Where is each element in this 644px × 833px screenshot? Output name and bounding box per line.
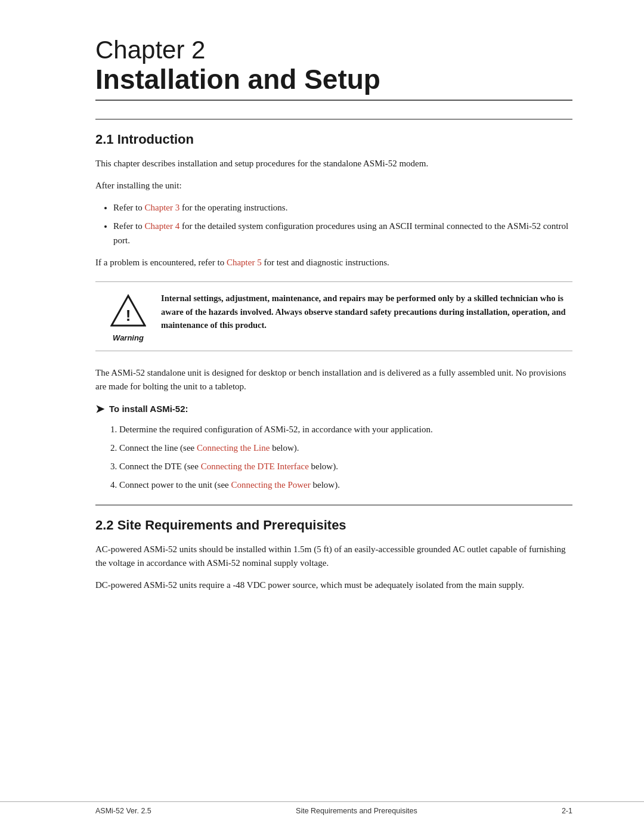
step3-text-before: Connect the DTE (see — [119, 462, 201, 471]
section21-rule-top — [95, 119, 572, 120]
connecting-line-link[interactable]: Connecting the Line — [197, 443, 270, 453]
footer-center: Site Requirements and Prerequisites — [296, 807, 417, 815]
footer-left: ASMi-52 Ver. 2.5 — [95, 807, 151, 815]
chapter5-link[interactable]: Chapter 5 — [227, 258, 262, 267]
bullet2-text-after: for the detailed system configuration pr… — [113, 221, 568, 244]
connecting-dte-link[interactable]: Connecting the DTE Interface — [201, 462, 309, 471]
step2-text-after: below). — [270, 443, 299, 453]
footer-right: 2-1 — [562, 807, 572, 815]
bullet1-text-after: for the operating instructions. — [179, 203, 287, 212]
page-footer: ASMi-52 Ver. 2.5 Site Requirements and P… — [0, 801, 644, 815]
bullet-list: Refer to Chapter 3 for the operating ins… — [107, 201, 572, 247]
warning-text: Internal settings, adjustment, maintenan… — [161, 290, 572, 332]
section21-heading: 2.1 Introduction — [95, 132, 572, 147]
warning-triangle-icon: ! — [110, 293, 147, 330]
page-container: Chapter 2 Installation and Setup 2.1 Int… — [0, 0, 644, 833]
chapter-label: Chapter 2 — [95, 36, 572, 64]
arrow-icon: ➤ — [95, 402, 104, 416]
procedure-heading: ➤ To install ASMi-52: — [95, 402, 572, 416]
step4-text-before: Connect power to the unit (see — [119, 480, 231, 490]
problem-text: If a problem is encountered, refer to Ch… — [95, 256, 572, 270]
bullet2-text-before: Refer to — [113, 221, 144, 231]
step3-text-after: below). — [309, 462, 338, 471]
section22-rule-top — [95, 504, 572, 506]
section21-intro1: This chapter describes installation and … — [95, 157, 572, 171]
step-3: Connect the DTE (see Connecting the DTE … — [119, 460, 572, 473]
section22-body2: DC-powered ASMi-52 units require a -48 V… — [95, 578, 572, 592]
step-4: Connect power to the unit (see Connectin… — [119, 478, 572, 492]
step1-text: Determine the required configuration of … — [119, 425, 433, 434]
section22-body1: AC-powered ASMi-52 units should be insta… — [95, 543, 572, 571]
bullet1-text-before: Refer to — [113, 203, 144, 212]
warning-label: Warning — [113, 333, 144, 342]
content-area: Chapter 2 Installation and Setup 2.1 Int… — [0, 0, 644, 648]
connecting-power-link[interactable]: Connecting the Power — [231, 480, 310, 490]
warning-box: ! Warning Internal settings, adjustment,… — [95, 281, 572, 351]
svg-text:!: ! — [126, 306, 131, 324]
step2-text-before: Connect the line (see — [119, 443, 197, 453]
section22-heading: 2.2 Site Requirements and Prerequisites — [95, 518, 572, 533]
bullet-item-1: Refer to Chapter 3 for the operating ins… — [113, 201, 572, 215]
step-1: Determine the required configuration of … — [119, 423, 572, 436]
warning-svg: ! — [110, 293, 146, 329]
problem-text-before: If a problem is encountered, refer to — [95, 258, 227, 267]
section21-body2: The ASMi-52 standalone unit is designed … — [95, 366, 572, 394]
section21-intro2: After installing the unit: — [95, 179, 572, 193]
procedure-title: To install ASMi-52: — [109, 404, 188, 414]
chapter4-link[interactable]: Chapter 4 — [144, 221, 179, 231]
numbered-list: Determine the required configuration of … — [113, 423, 572, 493]
bullet-item-2: Refer to Chapter 4 for the detailed syst… — [113, 219, 572, 247]
chapter-title: Installation and Setup — [95, 64, 572, 95]
warning-icon-area: ! Warning — [95, 290, 161, 342]
chapter-rule — [95, 100, 572, 101]
chapter3-link[interactable]: Chapter 3 — [144, 203, 179, 212]
problem-text-after: for test and diagnostic instructions. — [262, 258, 389, 267]
step-2: Connect the line (see Connecting the Lin… — [119, 441, 572, 455]
step4-text-after: below). — [311, 480, 340, 490]
